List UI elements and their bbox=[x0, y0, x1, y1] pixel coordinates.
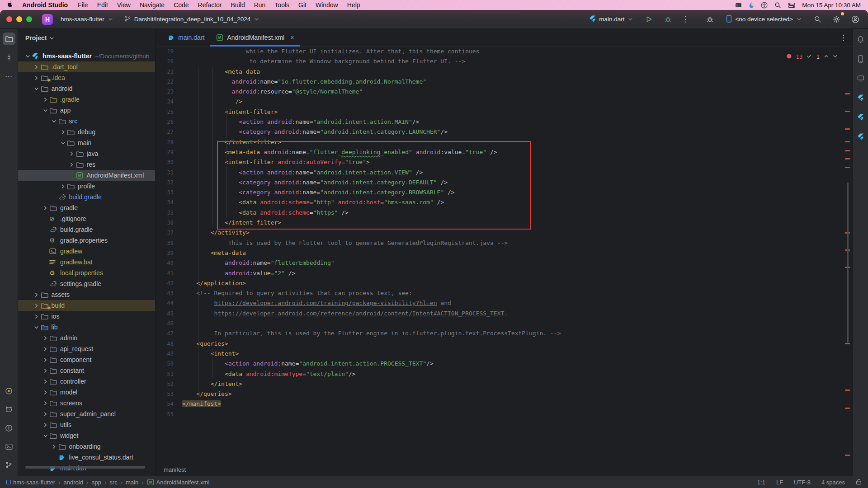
tree-row-ios[interactable]: ios bbox=[18, 311, 155, 322]
indent-setting[interactable]: 4 spaces bbox=[821, 479, 845, 486]
chevron-right-icon[interactable] bbox=[41, 380, 49, 384]
tree-row-.gitignore[interactable]: ⊘.gitignore bbox=[18, 213, 155, 224]
chevron-right-icon[interactable] bbox=[41, 347, 49, 351]
menu-help[interactable]: Help bbox=[343, 1, 365, 9]
code-line-36[interactable]: 36 </intent-filter> bbox=[156, 218, 853, 228]
problems-button[interactable] bbox=[3, 422, 15, 434]
chevron-right-icon[interactable] bbox=[41, 401, 49, 405]
tree-row-screens[interactable]: screens bbox=[18, 398, 155, 408]
tree-row-android[interactable]: android bbox=[18, 83, 155, 94]
tree-row-super_admin_panel[interactable]: super_admin_panel bbox=[18, 408, 155, 419]
chevron-right-icon[interactable] bbox=[59, 184, 67, 188]
line-ending[interactable]: LF bbox=[776, 479, 783, 486]
running-devices-button[interactable] bbox=[854, 72, 867, 84]
code-line-49[interactable]: 49 <intent> bbox=[156, 349, 853, 359]
menu-edit[interactable]: Edit bbox=[93, 1, 113, 9]
code-line-43[interactable]: 43 <!-- Required to query activities tha… bbox=[156, 288, 853, 298]
lock-icon[interactable] bbox=[856, 479, 862, 486]
code-line-22[interactable]: 22 android:name="io.flutter.embedding.an… bbox=[156, 77, 853, 87]
tree-row-.dart_tool[interactable]: .dart_tool bbox=[18, 61, 155, 72]
tree-row-main[interactable]: main bbox=[18, 137, 155, 148]
search-everywhere-button[interactable] bbox=[811, 13, 824, 26]
error-stripe-mark[interactable] bbox=[845, 150, 850, 151]
code-line-28[interactable]: 28 </intent-filter> bbox=[156, 137, 853, 147]
menu-run[interactable]: Run bbox=[250, 1, 270, 9]
menu-file[interactable]: File bbox=[73, 1, 93, 9]
breadcrumb[interactable]: manifest bbox=[156, 463, 853, 476]
chevron-down-icon[interactable] bbox=[24, 54, 32, 58]
code-line-31[interactable]: 31 <action android:name="android.intent.… bbox=[156, 168, 853, 178]
previous-problem-button[interactable] bbox=[824, 52, 829, 62]
code-line-35[interactable]: 35 <data android:scheme="https" /> bbox=[156, 208, 853, 218]
tree-row-live_consul_status.dart[interactable]: live_consul_status.dart bbox=[18, 452, 155, 463]
error-stripe-mark[interactable] bbox=[845, 158, 850, 160]
logcat-button[interactable] bbox=[3, 403, 15, 416]
control-center-icon[interactable] bbox=[788, 2, 795, 8]
error-stripe-mark[interactable] bbox=[845, 408, 850, 409]
error-stripe-mark[interactable] bbox=[845, 111, 850, 112]
status-crumb-android[interactable]: android bbox=[64, 479, 83, 486]
code-line-37[interactable]: 37 </activity> bbox=[156, 228, 853, 238]
code-line-40[interactable]: 40 android:name="flutterEmbedding" bbox=[156, 258, 853, 268]
tree-row-build[interactable]: ✱build bbox=[18, 300, 155, 311]
menu-view[interactable]: View bbox=[113, 1, 135, 9]
error-stripe-mark[interactable] bbox=[845, 141, 850, 142]
status-crumb-src[interactable]: src bbox=[109, 479, 117, 486]
menu-refactor[interactable]: Refactor bbox=[193, 1, 226, 9]
tree-row-gradle.properties[interactable]: ⚙gradle.properties bbox=[18, 235, 155, 246]
code-line-55[interactable]: 55 bbox=[156, 409, 853, 419]
menu-code[interactable]: Code bbox=[169, 1, 193, 9]
vertical-scrollbar[interactable] bbox=[847, 183, 849, 343]
tree-row-src[interactable]: src bbox=[18, 116, 155, 127]
tree-row-build.gradle[interactable]: build.gradle bbox=[18, 192, 155, 202]
next-problem-button[interactable] bbox=[833, 52, 838, 62]
tree-row-settings.gradle[interactable]: settings.gradle bbox=[18, 278, 155, 289]
code-line-46[interactable]: 46 bbox=[156, 319, 853, 328]
chevron-right-icon[interactable] bbox=[41, 336, 49, 340]
code-line-30[interactable]: 30 <intent-filter android:autoVerify="tr… bbox=[156, 157, 853, 167]
menu-navigate[interactable]: Navigate bbox=[135, 1, 169, 9]
chevron-down-icon[interactable] bbox=[33, 87, 41, 91]
attach-debugger-icon[interactable] bbox=[703, 13, 716, 26]
code-line-27[interactable]: 27 <category android:name="android.inten… bbox=[156, 127, 853, 137]
run-button[interactable] bbox=[642, 13, 655, 26]
menu-window[interactable]: Window bbox=[311, 1, 343, 9]
code-line-50[interactable]: 50 <action android:name="android.intent.… bbox=[156, 359, 853, 369]
tree-row-utils[interactable]: utils bbox=[18, 419, 155, 430]
flutter-inspector-button[interactable] bbox=[854, 111, 867, 123]
chevron-right-icon[interactable] bbox=[41, 206, 49, 210]
chevron-right-icon[interactable] bbox=[33, 76, 41, 80]
flutter-outline-button[interactable] bbox=[854, 91, 867, 104]
settings-button[interactable] bbox=[830, 13, 843, 26]
chevron-down-icon[interactable] bbox=[33, 325, 41, 329]
code-line-25[interactable]: 25 <intent-filter> bbox=[156, 107, 853, 117]
spotlight-icon[interactable] bbox=[774, 2, 781, 9]
zoom-window-button[interactable] bbox=[26, 16, 32, 22]
code-line-24[interactable]: 24 /> bbox=[156, 97, 853, 107]
chevron-right-icon[interactable] bbox=[41, 358, 49, 362]
tree-row-component[interactable]: component bbox=[18, 354, 155, 365]
status-crumb-main[interactable]: main bbox=[126, 479, 138, 486]
commit-tool-button[interactable] bbox=[3, 51, 15, 64]
code-line-21[interactable]: 21 <meta-data bbox=[156, 67, 853, 77]
project-tool-button[interactable] bbox=[3, 33, 15, 45]
tree-row-hms-saas-flutter[interactable]: hms-saas-flutter~/Documents/github bbox=[18, 51, 155, 61]
code-line-32[interactable]: 32 <category android:name="android.inten… bbox=[156, 178, 853, 188]
chevron-down-icon[interactable] bbox=[50, 119, 58, 123]
tree-row-app[interactable]: app bbox=[18, 105, 155, 116]
code-line-34[interactable]: 34 <data android:scheme="http" android:h… bbox=[156, 197, 853, 207]
code-line-29[interactable]: 29 <meta-data android:name="flutter_deep… bbox=[156, 147, 853, 157]
accessibility-icon[interactable] bbox=[761, 2, 768, 9]
tree-row-build.gradle[interactable]: build.gradle bbox=[18, 224, 155, 235]
tree-row-api_request[interactable]: api_request bbox=[18, 343, 155, 354]
chevron-right-icon[interactable] bbox=[33, 65, 41, 69]
code-line-20[interactable]: 20 to determine the Window background be… bbox=[156, 56, 853, 66]
close-tab-icon[interactable]: × bbox=[290, 34, 294, 41]
branch-selector[interactable]: Darshit/integration_deep_link_10_04_2024 bbox=[121, 13, 262, 26]
tab-options-button[interactable]: ⋮ bbox=[839, 34, 848, 42]
chevron-right-icon[interactable] bbox=[41, 390, 49, 394]
profile-button[interactable] bbox=[849, 13, 862, 26]
minimize-window-button[interactable] bbox=[16, 16, 22, 22]
code-line-33[interactable]: 33 <category android:name="android.inten… bbox=[156, 188, 853, 197]
version-control-button[interactable] bbox=[3, 459, 15, 471]
